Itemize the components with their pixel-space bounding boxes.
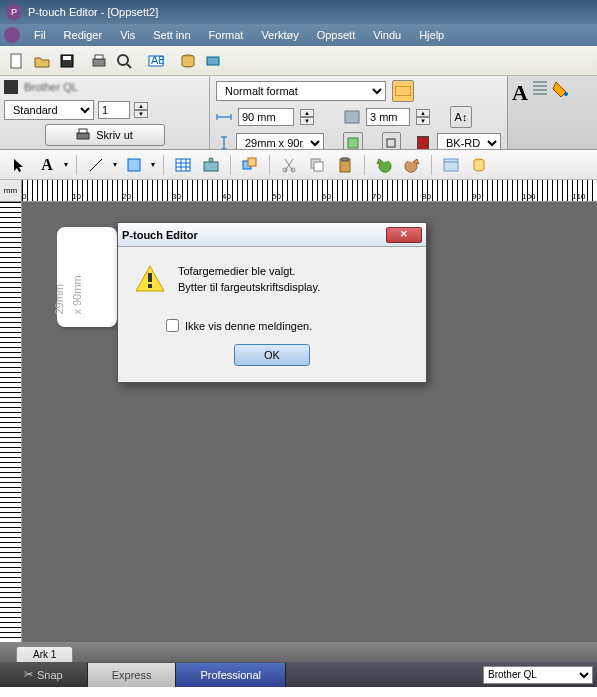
cut-button[interactable] (382, 132, 402, 149)
dont-show-checkbox[interactable] (166, 319, 179, 332)
undo-button[interactable] (373, 154, 395, 176)
canvas[interactable]: 29mmx 90mm P-touch Editor ✕ Tofargemedie… (22, 202, 597, 642)
pointer-tool[interactable] (8, 154, 30, 176)
ok-button[interactable]: OK (234, 344, 310, 366)
svg-rect-23 (204, 162, 218, 171)
ruler-vertical (0, 202, 22, 642)
sheet-tabs: Ark 1 (0, 642, 597, 662)
svg-rect-10 (207, 57, 219, 65)
svg-point-19 (564, 92, 568, 96)
app-menu-icon[interactable] (4, 27, 20, 43)
printer-icon (4, 80, 18, 94)
arrange-tool[interactable] (239, 154, 261, 176)
table-tool[interactable] (172, 154, 194, 176)
copy-tool[interactable] (306, 154, 328, 176)
properties-button[interactable] (440, 154, 462, 176)
paper-panel: Normalt format ▲▼ ▲▼ A↕ 29mm x 90m BK-RD (210, 76, 507, 149)
style-select[interactable]: Standard (4, 100, 94, 120)
copies-input[interactable] (98, 101, 130, 119)
svg-point-28 (291, 168, 295, 172)
copies-spinner[interactable]: ▲▼ (134, 102, 148, 118)
svg-rect-4 (95, 55, 103, 59)
text-frame-button[interactable]: ABC (145, 50, 167, 72)
menu-rediger[interactable]: Rediger (56, 27, 111, 43)
svg-rect-18 (387, 139, 395, 147)
open-button[interactable] (31, 50, 53, 72)
svg-point-5 (118, 55, 128, 65)
warning-icon (134, 263, 166, 295)
save-button[interactable] (56, 50, 78, 72)
print-action-button[interactable]: Skriv ut (45, 124, 165, 146)
mode-express-button[interactable]: Express (88, 663, 177, 687)
text-direction-button[interactable]: A↕ (450, 106, 472, 128)
workspace: 29mmx 90mm P-touch Editor ✕ Tofargemedie… (0, 202, 597, 642)
message-dialog: P-touch Editor ✕ Tofargemedier ble valgt… (117, 222, 427, 383)
menubar: Fil Rediger Vis Sett inn Format Verktøy … (0, 24, 597, 46)
text-tool-icon[interactable]: A (512, 80, 528, 106)
line-tool[interactable] (85, 154, 107, 176)
feed-button[interactable] (343, 132, 363, 149)
cut-tool[interactable] (278, 154, 300, 176)
svg-rect-13 (395, 86, 411, 96)
svg-rect-21 (128, 159, 140, 171)
database-button[interactable] (177, 50, 199, 72)
property-panels: Brother QL Standard ▲▼ Skriv ut Normalt … (0, 76, 597, 150)
align-icon[interactable] (532, 80, 548, 100)
menu-hjelp[interactable]: Hjelp (411, 27, 452, 43)
preview-button[interactable] (113, 50, 135, 72)
svg-rect-11 (77, 133, 89, 139)
menu-vindu[interactable]: Vindu (365, 27, 409, 43)
app-icon: P (6, 4, 22, 20)
menu-verktoy[interactable]: Verktøy (253, 27, 306, 43)
color-select[interactable]: BK-RD (437, 133, 501, 149)
titlebar: P P-touch Editor - [Oppsett2] (0, 0, 597, 24)
menu-format[interactable]: Format (201, 27, 252, 43)
image-tool[interactable] (200, 154, 222, 176)
print-label: Skriv ut (96, 129, 133, 141)
margin-icon (344, 110, 360, 124)
redo-button[interactable] (401, 154, 423, 176)
margin-spinner[interactable]: ▲▼ (416, 109, 430, 125)
svg-rect-36 (148, 273, 152, 282)
label-dimensions: 29mmx 90mm (49, 275, 85, 314)
dialog-message: Tofargemedier ble valgt. Bytter til farg… (178, 263, 320, 295)
format-select[interactable]: Normalt format (216, 81, 386, 101)
width-input[interactable] (238, 108, 294, 126)
svg-text:ABC: ABC (151, 54, 164, 66)
printer-name: Brother QL (24, 81, 78, 93)
print-button[interactable] (88, 50, 110, 72)
shape-tool[interactable] (123, 154, 145, 176)
menu-vis[interactable]: Vis (112, 27, 143, 43)
text-tool[interactable]: A (36, 154, 58, 176)
printer-icon (76, 128, 90, 142)
menu-fil[interactable]: Fil (26, 27, 54, 43)
orientation-landscape-button[interactable] (392, 80, 414, 102)
sheet-tab-1[interactable]: Ark 1 (16, 646, 73, 662)
svg-rect-26 (248, 158, 256, 166)
label-preview[interactable]: 29mmx 90mm (57, 227, 117, 327)
new-button[interactable] (6, 50, 28, 72)
svg-rect-22 (176, 159, 190, 171)
paste-tool[interactable] (334, 154, 356, 176)
tape-size-select[interactable]: 29mm x 90m (236, 133, 324, 149)
svg-line-6 (127, 64, 131, 68)
mode-professional-button[interactable]: Professional (176, 663, 286, 687)
dialog-close-button[interactable]: ✕ (386, 227, 422, 243)
svg-rect-37 (148, 284, 152, 288)
dialog-titlebar[interactable]: P-touch Editor ✕ (118, 223, 426, 247)
margin-input[interactable] (366, 108, 410, 126)
menu-oppsett[interactable]: Oppsett (309, 27, 364, 43)
mode-snap-button[interactable]: ✂ Snap (0, 663, 88, 687)
fill-icon[interactable] (552, 80, 570, 98)
ink-color-swatch (417, 136, 430, 149)
width-spinner[interactable]: ▲▼ (300, 109, 314, 125)
object-toolbar: A ▾ ▾ ▾ (0, 150, 597, 180)
window-title: P-touch Editor - [Oppsett2] (28, 6, 158, 18)
menu-settinn[interactable]: Sett inn (145, 27, 198, 43)
transfer-button[interactable] (202, 50, 224, 72)
status-printer-select[interactable]: Brother QL (483, 666, 593, 684)
ruler-horizontal: 0102030405060708090100110 (22, 180, 597, 201)
svg-rect-3 (93, 59, 105, 66)
ruler-row: mm 0102030405060708090100110 (0, 180, 597, 202)
database-tool[interactable] (468, 154, 490, 176)
